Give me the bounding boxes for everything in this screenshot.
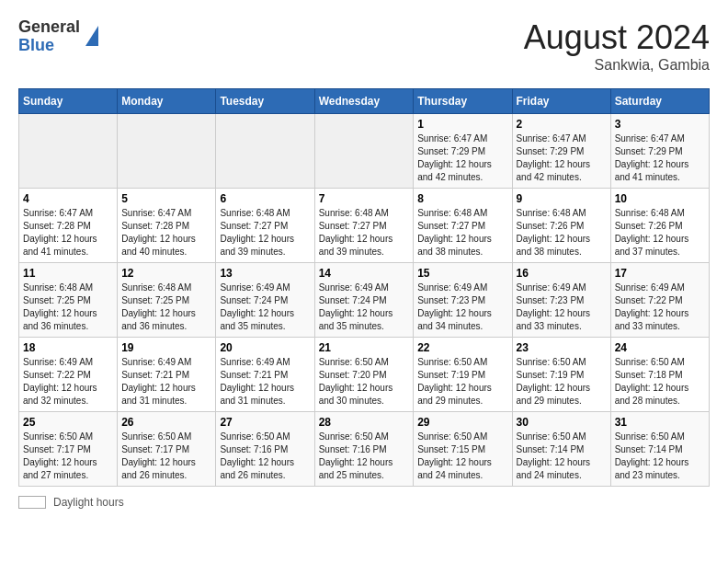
day-number: 6 bbox=[220, 192, 310, 205]
calendar-cell: 12Sunrise: 6:48 AM Sunset: 7:25 PM Dayli… bbox=[118, 263, 216, 338]
logo: General Blue bbox=[18, 18, 98, 55]
calendar-week-2: 11Sunrise: 6:48 AM Sunset: 7:25 PM Dayli… bbox=[19, 263, 710, 338]
day-info: Sunrise: 6:50 AM Sunset: 7:14 PM Dayligh… bbox=[517, 431, 607, 482]
calendar-cell bbox=[118, 114, 216, 189]
day-number: 28 bbox=[319, 416, 410, 429]
day-number: 13 bbox=[220, 267, 310, 280]
subtitle: Sankwia, Gambia bbox=[524, 57, 710, 74]
logo-blue: Blue bbox=[18, 36, 54, 54]
day-number: 18 bbox=[23, 341, 113, 354]
day-info: Sunrise: 6:48 AM Sunset: 7:25 PM Dayligh… bbox=[23, 282, 113, 333]
title-block: August 2024 Sankwia, Gambia bbox=[524, 18, 710, 74]
calendar-week-0: 1Sunrise: 6:47 AM Sunset: 7:29 PM Daylig… bbox=[19, 114, 710, 189]
day-header-monday: Monday bbox=[118, 89, 216, 114]
day-info: Sunrise: 6:49 AM Sunset: 7:23 PM Dayligh… bbox=[417, 282, 507, 333]
day-header-thursday: Thursday bbox=[414, 89, 512, 114]
day-number: 24 bbox=[615, 341, 705, 354]
day-number: 21 bbox=[319, 341, 410, 354]
calendar-cell: 8Sunrise: 6:48 AM Sunset: 7:27 PM Daylig… bbox=[414, 189, 512, 263]
day-number: 8 bbox=[417, 192, 507, 205]
day-info: Sunrise: 6:48 AM Sunset: 7:27 PM Dayligh… bbox=[319, 207, 410, 259]
logo-general: General bbox=[18, 17, 80, 36]
logo-triangle-icon bbox=[85, 26, 98, 46]
day-info: Sunrise: 6:48 AM Sunset: 7:27 PM Dayligh… bbox=[417, 207, 507, 259]
calendar-cell: 13Sunrise: 6:49 AM Sunset: 7:24 PM Dayli… bbox=[216, 263, 314, 338]
day-info: Sunrise: 6:50 AM Sunset: 7:19 PM Dayligh… bbox=[417, 356, 507, 408]
day-info: Sunrise: 6:48 AM Sunset: 7:25 PM Dayligh… bbox=[121, 282, 211, 333]
day-header-wednesday: Wednesday bbox=[314, 89, 414, 114]
day-number: 3 bbox=[615, 118, 705, 131]
calendar-cell: 20Sunrise: 6:49 AM Sunset: 7:21 PM Dayli… bbox=[216, 338, 314, 412]
footer: Daylight hours bbox=[18, 496, 710, 509]
day-number: 4 bbox=[23, 192, 113, 205]
day-info: Sunrise: 6:47 AM Sunset: 7:29 PM Dayligh… bbox=[517, 132, 607, 184]
day-info: Sunrise: 6:50 AM Sunset: 7:19 PM Dayligh… bbox=[517, 356, 607, 408]
day-info: Sunrise: 6:49 AM Sunset: 7:23 PM Dayligh… bbox=[517, 282, 607, 333]
calendar-cell bbox=[19, 114, 118, 189]
calendar-cell: 2Sunrise: 6:47 AM Sunset: 7:29 PM Daylig… bbox=[512, 114, 610, 189]
day-info: Sunrise: 6:48 AM Sunset: 7:27 PM Dayligh… bbox=[220, 207, 310, 259]
day-number: 9 bbox=[517, 192, 607, 205]
day-header-sunday: Sunday bbox=[19, 89, 118, 114]
day-number: 10 bbox=[615, 192, 705, 205]
page-header: General Blue August 2024 Sankwia, Gambia bbox=[18, 18, 710, 74]
calendar-body: 1Sunrise: 6:47 AM Sunset: 7:29 PM Daylig… bbox=[19, 114, 710, 487]
calendar-cell: 14Sunrise: 6:49 AM Sunset: 7:24 PM Dayli… bbox=[314, 263, 414, 338]
calendar-cell: 17Sunrise: 6:49 AM Sunset: 7:22 PM Dayli… bbox=[610, 263, 709, 338]
day-number: 22 bbox=[417, 341, 507, 354]
day-number: 11 bbox=[23, 267, 113, 280]
day-number: 20 bbox=[220, 341, 310, 354]
day-number: 14 bbox=[319, 267, 410, 280]
day-header-tuesday: Tuesday bbox=[216, 89, 314, 114]
day-number: 17 bbox=[615, 267, 705, 280]
day-number: 2 bbox=[517, 118, 607, 131]
day-number: 12 bbox=[121, 267, 211, 280]
main-title: August 2024 bbox=[524, 18, 710, 57]
calendar-cell: 27Sunrise: 6:50 AM Sunset: 7:16 PM Dayli… bbox=[216, 412, 314, 487]
day-number: 26 bbox=[121, 416, 211, 429]
day-number: 23 bbox=[517, 341, 607, 354]
day-info: Sunrise: 6:50 AM Sunset: 7:18 PM Dayligh… bbox=[615, 356, 705, 408]
calendar-cell: 1Sunrise: 6:47 AM Sunset: 7:29 PM Daylig… bbox=[414, 114, 512, 189]
day-info: Sunrise: 6:47 AM Sunset: 7:28 PM Dayligh… bbox=[23, 207, 113, 259]
day-info: Sunrise: 6:50 AM Sunset: 7:16 PM Dayligh… bbox=[220, 431, 310, 482]
calendar-header: SundayMondayTuesdayWednesdayThursdayFrid… bbox=[19, 89, 710, 114]
day-info: Sunrise: 6:50 AM Sunset: 7:15 PM Dayligh… bbox=[417, 431, 507, 482]
calendar-cell: 18Sunrise: 6:49 AM Sunset: 7:22 PM Dayli… bbox=[19, 338, 118, 412]
calendar-cell: 16Sunrise: 6:49 AM Sunset: 7:23 PM Dayli… bbox=[512, 263, 610, 338]
calendar-week-1: 4Sunrise: 6:47 AM Sunset: 7:28 PM Daylig… bbox=[19, 189, 710, 263]
day-info: Sunrise: 6:49 AM Sunset: 7:21 PM Dayligh… bbox=[121, 356, 211, 408]
day-info: Sunrise: 6:49 AM Sunset: 7:21 PM Dayligh… bbox=[220, 356, 310, 408]
calendar-cell: 10Sunrise: 6:48 AM Sunset: 7:26 PM Dayli… bbox=[610, 189, 709, 263]
daylight-box bbox=[18, 496, 46, 509]
calendar-cell: 23Sunrise: 6:50 AM Sunset: 7:19 PM Dayli… bbox=[512, 338, 610, 412]
day-info: Sunrise: 6:47 AM Sunset: 7:29 PM Dayligh… bbox=[417, 132, 507, 184]
calendar-cell: 7Sunrise: 6:48 AM Sunset: 7:27 PM Daylig… bbox=[314, 189, 414, 263]
day-info: Sunrise: 6:47 AM Sunset: 7:29 PM Dayligh… bbox=[615, 132, 705, 184]
calendar-cell: 11Sunrise: 6:48 AM Sunset: 7:25 PM Dayli… bbox=[19, 263, 118, 338]
day-info: Sunrise: 6:49 AM Sunset: 7:22 PM Dayligh… bbox=[615, 282, 705, 333]
calendar-cell: 24Sunrise: 6:50 AM Sunset: 7:18 PM Dayli… bbox=[610, 338, 709, 412]
calendar-cell bbox=[216, 114, 314, 189]
day-number: 7 bbox=[319, 192, 410, 205]
calendar-cell: 15Sunrise: 6:49 AM Sunset: 7:23 PM Dayli… bbox=[414, 263, 512, 338]
day-number: 27 bbox=[220, 416, 310, 429]
day-info: Sunrise: 6:50 AM Sunset: 7:20 PM Dayligh… bbox=[319, 356, 410, 408]
day-info: Sunrise: 6:47 AM Sunset: 7:28 PM Dayligh… bbox=[121, 207, 211, 259]
calendar-cell: 19Sunrise: 6:49 AM Sunset: 7:21 PM Dayli… bbox=[118, 338, 216, 412]
header-row: SundayMondayTuesdayWednesdayThursdayFrid… bbox=[19, 89, 710, 114]
calendar-cell: 31Sunrise: 6:50 AM Sunset: 7:14 PM Dayli… bbox=[610, 412, 709, 487]
day-number: 30 bbox=[517, 416, 607, 429]
day-number: 1 bbox=[417, 118, 507, 131]
calendar-week-3: 18Sunrise: 6:49 AM Sunset: 7:22 PM Dayli… bbox=[19, 338, 710, 412]
calendar-cell: 9Sunrise: 6:48 AM Sunset: 7:26 PM Daylig… bbox=[512, 189, 610, 263]
day-info: Sunrise: 6:50 AM Sunset: 7:17 PM Dayligh… bbox=[121, 431, 211, 482]
calendar-table: SundayMondayTuesdayWednesdayThursdayFrid… bbox=[18, 88, 710, 487]
day-info: Sunrise: 6:49 AM Sunset: 7:24 PM Dayligh… bbox=[319, 282, 410, 333]
calendar-cell bbox=[314, 114, 414, 189]
day-number: 5 bbox=[121, 192, 211, 205]
day-info: Sunrise: 6:48 AM Sunset: 7:26 PM Dayligh… bbox=[517, 207, 607, 259]
calendar-cell: 4Sunrise: 6:47 AM Sunset: 7:28 PM Daylig… bbox=[19, 189, 118, 263]
day-info: Sunrise: 6:48 AM Sunset: 7:26 PM Dayligh… bbox=[615, 207, 705, 259]
day-number: 31 bbox=[615, 416, 705, 429]
